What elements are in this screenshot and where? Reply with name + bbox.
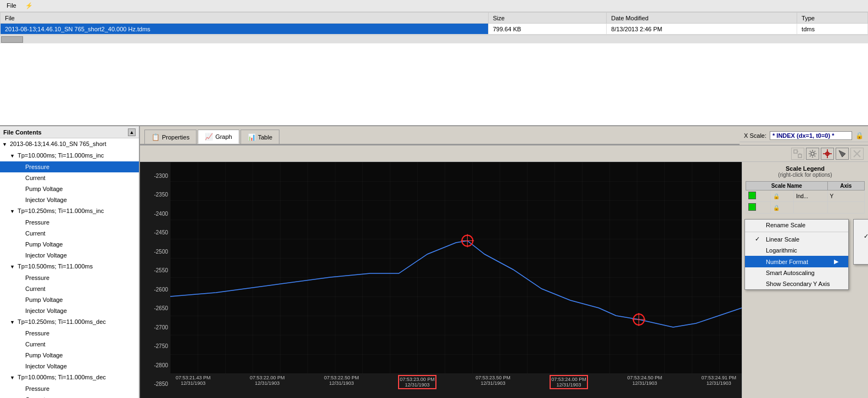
tree-item-grp4-pump[interactable]: Pump Voltage [0, 350, 139, 361]
tree-item-grp1-injector[interactable]: Injector Voltage [0, 194, 139, 205]
scale-axis [827, 202, 864, 214]
tree-item-grp2-pump[interactable]: Pump Voltage [0, 239, 139, 250]
tree-item-grp3[interactable]: ▼ Tp=10.500ms; Ti=11.000ms [0, 261, 139, 272]
y-label: -2300 [154, 173, 168, 179]
tree-item-grp4[interactable]: ▼ Tp=10.250ms; Ti=11.000ms_dec [0, 316, 139, 328]
tree-item-root[interactable]: ▼ 2013-08-13;14.46.10_SN 765_short [0, 138, 139, 150]
menu-file[interactable]: File [2, 1, 21, 10]
lock-icon[interactable]: 🔒 [855, 132, 864, 139]
x-label: 07:53:22.50 PM12/31/1903 [324, 375, 359, 386]
svg-rect-11 [170, 162, 742, 373]
tree-item-grp1-current[interactable]: Current [0, 172, 139, 183]
tree-item-grp2[interactable]: ▼ Tp=10.250ms; Ti=11.000ms_inc [0, 205, 139, 217]
scale-legend-row[interactable]: 🔒 [746, 202, 865, 214]
ctx-item-logarithmic[interactable]: Logarithmic [745, 245, 848, 256]
tree-item-grp3-pump[interactable]: Pump Voltage [0, 294, 139, 305]
tree-item-grp1-pressure[interactable]: Pressure [0, 161, 139, 172]
tree-expand-grp4[interactable]: ▼ [10, 317, 18, 327]
y-label: -2700 [154, 324, 168, 330]
tree-item-grp4-pressure[interactable]: Pressure [0, 328, 139, 339]
tree-label-grp4-pump: Pump Voltage [25, 352, 63, 358]
scrollbar-thumb[interactable] [1, 36, 23, 43]
x-scale-bar: X Scale: * INDEX (dx=1, t0=0) * 🔒 [740, 129, 868, 142]
x-label: 07:53:21.43 PM12/31/1903 [176, 375, 211, 386]
tree-expand-grp3[interactable]: ▼ [10, 262, 18, 272]
tool-fit[interactable] [791, 148, 804, 160]
tree-item-grp1-pump[interactable]: Pump Voltage [0, 183, 139, 194]
ctx-label-logarithmic: Logarithmic [766, 247, 797, 254]
scale-name-header: Scale Name [746, 182, 828, 190]
ctx-item-smart_auto[interactable]: Smart Autoscaling [745, 267, 848, 278]
x-label: 07:53:23.50 PM12/31/1903 [475, 375, 511, 386]
sub-ctx-item-relative_time[interactable]: Relative Time [854, 253, 868, 264]
sidebar-header: File Contents ▲ [0, 126, 139, 138]
col-file[interactable]: File [1, 13, 489, 24]
scale-color [748, 192, 756, 199]
tree-expand-grp1[interactable]: ▼ [10, 151, 18, 161]
scale-name [793, 202, 827, 214]
file-row[interactable]: 2013-08-13;14.46.10_SN 765_short2_40.000… [1, 24, 868, 35]
col-size[interactable]: Size [488, 13, 607, 24]
right-panel: Scale Legend (right-click for options) S… [742, 162, 868, 398]
y-label: -2450 [154, 229, 168, 236]
tree-expand-grp2[interactable]: ▼ [10, 206, 18, 216]
context-menu: Rename ScaleLinear ScaleLogarithmicNumbe… [744, 219, 849, 290]
tree-expand-root[interactable]: ▼ [2, 139, 10, 149]
table-tab-label: Table [258, 134, 272, 141]
col-type[interactable]: Type [797, 13, 868, 24]
file-table: File Size Date Modified Type 2013-08-13;… [0, 12, 868, 35]
sidebar-scroll-up[interactable]: ▲ [128, 128, 136, 136]
scale-legend-table: Scale Name Axis 🔒 Ind... Y 🔒 [746, 181, 865, 214]
tree-item-grp4-injector[interactable]: Injector Voltage [0, 361, 139, 372]
tool-cursor1[interactable] [821, 148, 834, 160]
tree-item-grp2-pressure[interactable]: Pressure [0, 217, 139, 228]
tree-item-grp5[interactable]: ▼ Tp=10.000ms; Ti=11.000ms_dec [0, 372, 139, 383]
graph-canvas[interactable] [170, 162, 742, 373]
ctx-item-rename[interactable]: Rename Scale [745, 220, 848, 231]
tree-label-grp2-injector: Injector Voltage [25, 252, 67, 259]
sub-ctx-item-numeric[interactable]: Numeric [854, 220, 868, 231]
tree-label-grp2-current: Current [25, 230, 46, 237]
tree-item-grp2-injector[interactable]: Injector Voltage [0, 250, 139, 261]
tab-properties[interactable]: 📋Properties [144, 130, 197, 144]
ctx-item-number_format[interactable]: Number Format▶ [745, 256, 848, 267]
tree-item-grp5-pressure[interactable]: Pressure [0, 383, 139, 394]
tree-expand-grp5[interactable]: ▼ [10, 373, 18, 383]
toolbar [140, 145, 868, 162]
ctx-item-linear[interactable]: Linear Scale [745, 233, 848, 245]
ctx-label-rename: Rename Scale [766, 222, 805, 228]
tool-settings[interactable] [806, 148, 819, 160]
scale-legend-row[interactable]: 🔒 Ind... Y [746, 190, 865, 202]
y-label: -2800 [154, 362, 168, 368]
menu-bar: File ⚡ [0, 0, 868, 12]
tree-label-grp2-pump: Pump Voltage [25, 241, 63, 248]
tab-table[interactable]: 📊Table [240, 130, 279, 144]
tree-item-grp3-current[interactable]: Current [0, 283, 139, 294]
x-label: 07:53:24.91 PM12/31/1903 [701, 375, 736, 386]
tree-item-grp4-current[interactable]: Current [0, 339, 139, 350]
tool-cursor2[interactable] [836, 148, 849, 160]
tree-label-grp1-current: Current [25, 175, 46, 181]
tab-graph[interactable]: 📈Graph [198, 130, 239, 144]
scale-name: Ind... [793, 190, 827, 202]
ctx-label-number_format: Number Format [766, 259, 808, 265]
tree-label-grp4-current: Current [25, 341, 46, 347]
tree-item-grp5-current[interactable]: Current [0, 394, 139, 398]
file-contents-sidebar: File Contents ▲ ▼ 2013-08-13;14.46.10_SN… [0, 126, 140, 398]
sub-ctx-item-abs_time_24[interactable]: Absolute Time (24 hr) [854, 242, 868, 253]
tree-label-grp3-current: Current [25, 285, 46, 292]
menu-extra[interactable]: ⚡ [21, 1, 37, 10]
x-label: 07:53:24.00 PM12/31/1903 [550, 375, 588, 389]
tree-item-grp3-injector[interactable]: Injector Voltage [0, 305, 139, 316]
graph-tab-icon: 📈 [205, 133, 213, 141]
tool-close[interactable] [850, 148, 864, 160]
main-area: File Contents ▲ ▼ 2013-08-13;14.46.10_SN… [0, 126, 868, 398]
sub-ctx-item-abs_time_ampm[interactable]: Absolute Time (AM/PM) [854, 231, 868, 242]
ctx-item-secondary_y[interactable]: Show Secondary Y Axis [745, 278, 848, 289]
tree-label-grp3: Tp=10.500ms; Ti=11.000ms [18, 263, 93, 270]
col-date[interactable]: Date Modified [607, 13, 797, 24]
tree-item-grp1[interactable]: ▼ Tp=10.000ms; Ti=11.000ms_inc [0, 150, 139, 161]
horizontal-scrollbar[interactable] [0, 35, 868, 43]
tree-item-grp2-current[interactable]: Current [0, 228, 139, 239]
tree-item-grp3-pressure[interactable]: Pressure [0, 272, 139, 283]
